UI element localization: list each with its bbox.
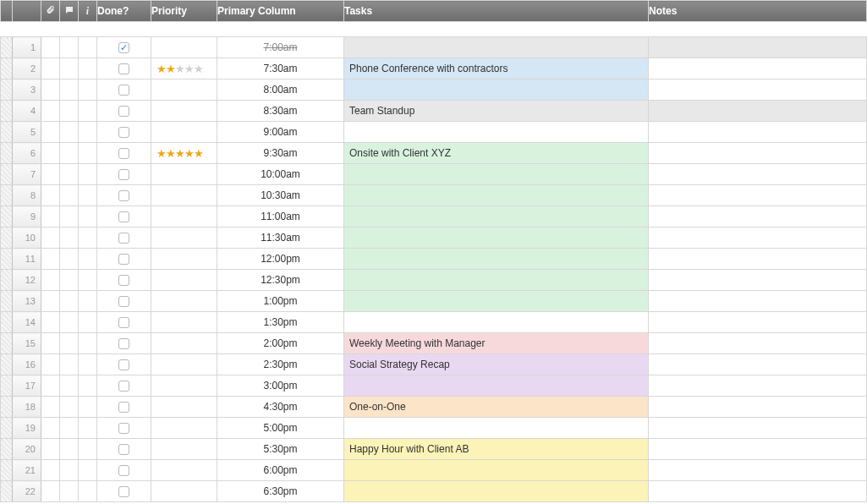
- cell-notes[interactable]: [649, 270, 867, 291]
- cell-priority[interactable]: [151, 439, 217, 460]
- cell-attachment[interactable]: [41, 164, 60, 185]
- cell-done[interactable]: [97, 418, 151, 439]
- cell-comment[interactable]: [60, 58, 79, 79]
- cell-info[interactable]: [79, 143, 97, 164]
- cell-done[interactable]: [97, 206, 151, 227]
- row-drag-handle[interactable]: [1, 227, 13, 249]
- column-header-notes[interactable]: Notes: [649, 1, 867, 22]
- row-drag-handle[interactable]: [1, 58, 13, 79]
- done-checkbox[interactable]: [118, 444, 129, 455]
- cell-done[interactable]: [97, 164, 151, 185]
- row-number[interactable]: 22: [13, 481, 41, 502]
- row-number[interactable]: 19: [13, 418, 41, 439]
- cell-notes[interactable]: [649, 37, 867, 58]
- cell-info[interactable]: [79, 185, 97, 206]
- cell-priority[interactable]: [151, 249, 217, 270]
- cell-notes[interactable]: [649, 354, 867, 375]
- cell-info[interactable]: [79, 122, 97, 143]
- cell-attachment[interactable]: [41, 185, 60, 206]
- done-checkbox[interactable]: [118, 423, 129, 434]
- cell-info[interactable]: [79, 291, 97, 312]
- cell-task[interactable]: [344, 270, 649, 291]
- cell-notes[interactable]: [649, 375, 867, 397]
- cell-task[interactable]: [344, 206, 649, 227]
- star-icon[interactable]: ★: [184, 147, 194, 160]
- cell-primary[interactable]: 2:30pm: [217, 354, 344, 375]
- cell-attachment[interactable]: [41, 418, 60, 439]
- column-header-priority[interactable]: Priority: [151, 1, 217, 22]
- cell-priority[interactable]: [151, 37, 217, 58]
- cell-done[interactable]: [97, 354, 151, 375]
- cell-notes[interactable]: [649, 312, 867, 333]
- cell-priority[interactable]: [151, 79, 217, 101]
- done-checkbox[interactable]: [118, 359, 129, 370]
- done-checkbox[interactable]: [118, 402, 129, 413]
- cell-info[interactable]: [79, 227, 97, 249]
- cell-comment[interactable]: [60, 143, 79, 164]
- star-icon[interactable]: ★: [194, 63, 203, 75]
- done-checkbox[interactable]: [118, 465, 129, 476]
- cell-done[interactable]: [97, 143, 151, 164]
- cell-notes[interactable]: [649, 101, 867, 122]
- row-drag-handle[interactable]: [1, 333, 13, 354]
- row-number[interactable]: 5: [13, 122, 41, 143]
- row-number[interactable]: 9: [13, 206, 41, 227]
- cell-info[interactable]: [79, 397, 97, 418]
- row-drag-handle[interactable]: [1, 460, 13, 481]
- cell-info[interactable]: [79, 375, 97, 397]
- cell-task[interactable]: [344, 481, 649, 502]
- cell-attachment[interactable]: [41, 227, 60, 249]
- cell-attachment[interactable]: [41, 37, 60, 58]
- cell-attachment[interactable]: [41, 270, 60, 291]
- cell-done[interactable]: [97, 397, 151, 418]
- cell-priority[interactable]: [151, 101, 217, 122]
- cell-attachment[interactable]: [41, 122, 60, 143]
- cell-comment[interactable]: [60, 270, 79, 291]
- cell-comment[interactable]: [60, 291, 79, 312]
- cell-notes[interactable]: [649, 185, 867, 206]
- cell-attachment[interactable]: [41, 375, 60, 397]
- cell-priority[interactable]: [151, 375, 217, 397]
- cell-priority[interactable]: [151, 460, 217, 481]
- cell-done[interactable]: [97, 249, 151, 270]
- cell-primary[interactable]: 7:00am: [217, 37, 344, 58]
- done-checkbox[interactable]: [118, 63, 129, 74]
- cell-comment[interactable]: [60, 122, 79, 143]
- cell-attachment[interactable]: [41, 354, 60, 375]
- cell-info[interactable]: [79, 312, 97, 333]
- cell-primary[interactable]: 12:30pm: [217, 270, 344, 291]
- done-checkbox[interactable]: ✓: [118, 42, 129, 53]
- cell-task[interactable]: Weekly Meeting with Manager: [344, 333, 649, 354]
- row-number[interactable]: 21: [13, 460, 41, 481]
- row-drag-handle[interactable]: [1, 354, 13, 375]
- star-icon[interactable]: ★: [184, 63, 194, 75]
- cell-task[interactable]: [344, 375, 649, 397]
- cell-notes[interactable]: [649, 439, 867, 460]
- cell-comment[interactable]: [60, 460, 79, 481]
- cell-primary[interactable]: 1:30pm: [217, 312, 344, 333]
- row-drag-handle[interactable]: [1, 79, 13, 101]
- cell-primary[interactable]: 9:00am: [217, 122, 344, 143]
- done-checkbox[interactable]: [118, 338, 129, 349]
- cell-done[interactable]: [97, 101, 151, 122]
- cell-info[interactable]: [79, 37, 97, 58]
- row-number[interactable]: 15: [13, 333, 41, 354]
- cell-done[interactable]: [97, 333, 151, 354]
- cell-task[interactable]: One-on-One: [344, 397, 649, 418]
- cell-done[interactable]: [97, 185, 151, 206]
- row-number[interactable]: 16: [13, 354, 41, 375]
- row-drag-handle[interactable]: [1, 291, 13, 312]
- row-drag-handle[interactable]: [1, 206, 13, 227]
- star-icon[interactable]: ★: [194, 147, 203, 160]
- cell-info[interactable]: [79, 101, 97, 122]
- cell-done[interactable]: [97, 312, 151, 333]
- cell-task[interactable]: [344, 249, 649, 270]
- star-icon[interactable]: ★: [156, 147, 166, 160]
- row-number[interactable]: 6: [13, 143, 41, 164]
- cell-notes[interactable]: [649, 143, 867, 164]
- cell-priority[interactable]: [151, 206, 217, 227]
- cell-attachment[interactable]: [41, 58, 60, 79]
- cell-done[interactable]: [97, 481, 151, 502]
- row-number[interactable]: 11: [13, 249, 41, 270]
- column-header-done[interactable]: Done?: [97, 1, 151, 22]
